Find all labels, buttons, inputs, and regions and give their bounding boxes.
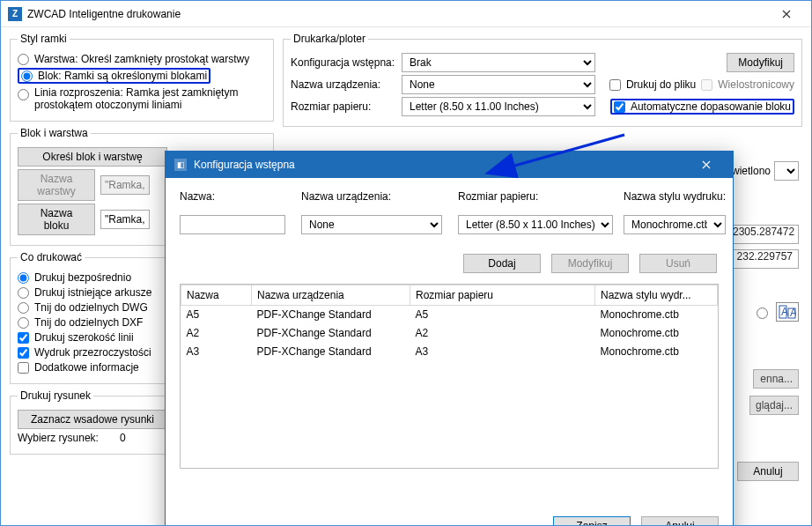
select-batch-button[interactable]: Zaznacz wsadowe rysunki <box>18 410 167 429</box>
grid-h2[interactable]: Nazwa urządzenia <box>252 285 410 306</box>
modal-cancel-button[interactable]: Anuluj <box>641 516 719 526</box>
highlight-block-radio: Blok: Ramki są określonymi blokami <box>18 68 210 84</box>
bg-stub-select[interactable] <box>774 161 799 181</box>
close-icon[interactable] <box>769 2 804 26</box>
radio-print-sheets[interactable]: Drukuj istniejące arkusze <box>18 286 151 299</box>
bg-stub-icons: AA <box>752 302 799 322</box>
modal-paper-select[interactable]: Letter (8.50 x 11.00 Inches) <box>458 215 613 234</box>
check-auto-fit[interactable]: Automatyczne dopasowanie bloku <box>614 100 791 113</box>
block-name-field[interactable] <box>100 210 150 229</box>
preset-select[interactable]: Brak <box>402 53 595 72</box>
grid-h4[interactable]: Nazwa stylu wydr... <box>595 285 718 306</box>
grid-h1[interactable]: Nazwa <box>181 285 252 306</box>
block-name-button[interactable]: Nazwa bloku <box>18 204 95 235</box>
bg-stub-num2: 232.229757 <box>727 249 799 269</box>
layer-name-button: Nazwa warstwy <box>18 169 95 201</box>
window-title: ZWCAD Inteligentne drukowanie <box>27 8 181 20</box>
radio-block[interactable]: Blok: Ramki są określonymi blokami <box>21 70 207 82</box>
table-row[interactable]: A2 PDF-XChange Standard A2 Monochrome.ct… <box>181 324 718 343</box>
device-select[interactable]: None <box>402 75 595 94</box>
radio-layer-label: Warstwa: Określ zamknięty prostokąt wars… <box>34 53 249 65</box>
radio-scatter-label: Linia rozproszenia: Ramka jest zamknięty… <box>34 86 263 111</box>
radio-layer-input[interactable] <box>18 54 29 65</box>
modal-device-select[interactable]: None <box>301 215 442 234</box>
bg-stub-radio[interactable] <box>757 307 768 319</box>
block-layer-legend: Blok i warstwa <box>18 127 91 139</box>
preset-grid[interactable]: Nazwa Nazwa urządzenia Rozmiar papieru N… <box>180 284 719 469</box>
modal-style-label: Nazwa stylu wydruku: <box>624 190 738 203</box>
modal-title: Konfiguracja wstępna <box>194 159 295 171</box>
radio-cut-dxf[interactable]: Tnij do odzielnych DXF <box>18 316 143 329</box>
bg-stub-num1: 2305.287472 <box>727 225 799 244</box>
modal-body: Nazwa: Nazwa urządzenia: Rozmiar papieru… <box>166 178 733 526</box>
printer-group: Drukarka/ploter Konfiguracja wstępna: Br… <box>283 33 802 127</box>
modal-name-field[interactable] <box>180 215 285 234</box>
radio-block-input[interactable] <box>21 70 33 82</box>
highlight-autofit: Automatyczne dopasowanie bloku <box>610 99 794 115</box>
radio-scatter[interactable]: Linia rozproszenia: Ramka jest zamknięty… <box>18 86 263 111</box>
dialog-body: Styl ramki Warstwa: Określ zamknięty pro… <box>1 27 811 525</box>
main-window: Z ZWCAD Inteligentne drukowanie Styl ram… <box>0 0 812 526</box>
titlebar: Z ZWCAD Inteligentne drukowanie <box>1 1 811 27</box>
preset-label: Konfiguracja wstępna: <box>291 56 396 69</box>
radio-scatter-input[interactable] <box>18 89 29 100</box>
check-multipage[interactable]: Wielostronicowy <box>701 78 794 91</box>
bg-stub-gladaj[interactable]: glądaj... <box>749 396 799 415</box>
orientation-icon[interactable]: AA <box>776 302 799 322</box>
svg-text:A: A <box>781 306 788 318</box>
modify-preset-button: Modyfikuj <box>551 254 629 273</box>
modal-columns: Nazwa: Nazwa urządzenia: Rozmiar papieru… <box>180 190 719 234</box>
add-button[interactable]: Dodaj <box>463 254 541 273</box>
modal-footer: Zapisz Anuluj <box>553 516 719 526</box>
check-linewidth[interactable]: Drukuj szerokość linii <box>18 331 134 344</box>
modal-style-select[interactable]: Monochrome.ctb <box>624 215 726 234</box>
layer-name-field <box>100 175 150 195</box>
table-row[interactable]: A5 PDF-XChange Standard A5 Monochrome.ct… <box>181 306 718 324</box>
check-extra-info[interactable]: Dodatkowe informacje <box>18 361 139 374</box>
delete-button: Usuń <box>639 254 717 273</box>
modal-action-row: Dodaj Modyfikuj Usuń <box>180 254 717 273</box>
select-drawing-label: Wybierz rysunek: <box>18 432 99 444</box>
bg-stub-swietlono: świetlono <box>727 161 799 181</box>
right-column: Drukarka/ploter Konfiguracja wstępna: Br… <box>283 33 802 132</box>
table-row[interactable]: A3 PDF-XChange Standard A3 Monochrome.ct… <box>181 343 718 361</box>
modal-name-label: Nazwa: <box>180 190 294 203</box>
grid-h3[interactable]: Rozmiar papieru <box>410 285 595 306</box>
print-drawing-legend: Drukuj rysunek <box>18 389 93 402</box>
printer-legend: Drukarka/ploter <box>291 33 368 45</box>
main-cancel-button[interactable]: Anuluj <box>737 462 799 481</box>
paper-label: Rozmiar papieru: <box>291 100 396 113</box>
save-button[interactable]: Zapisz <box>553 516 631 526</box>
paper-select[interactable]: Letter (8.50 x 11.00 Inches) <box>402 97 595 116</box>
radio-cut-dwg[interactable]: Tnij do odzielnych DWG <box>18 301 148 314</box>
what-to-print-legend: Co drukować <box>18 251 85 263</box>
device-label: Nazwa urządzenia: <box>291 78 396 91</box>
frame-style-legend: Styl ramki <box>18 33 70 45</box>
frame-style-group: Styl ramki Warstwa: Określ zamknięty pro… <box>10 33 274 122</box>
radio-block-label: Blok: Ramki są określonymi blokami <box>38 70 207 82</box>
define-block-layer-button[interactable]: Określ blok i warstwę <box>18 147 167 167</box>
modify-button[interactable]: Modyfikuj <box>727 53 794 72</box>
radio-print-direct[interactable]: Drukuj bezpośrednio <box>18 271 131 284</box>
select-drawing-count: 0 <box>120 432 126 444</box>
radio-layer[interactable]: Warstwa: Określ zamknięty prostokąt wars… <box>18 53 249 65</box>
app-icon: Z <box>8 7 22 21</box>
modal-icon: ◧ <box>174 159 187 171</box>
check-to-file[interactable]: Drukuj do pliku <box>609 78 696 91</box>
modal-paper-label: Rozmiar papieru: <box>458 190 616 203</box>
modal-close-icon[interactable] <box>689 152 724 177</box>
check-transparency[interactable]: Wydruk przezroczystości <box>18 346 151 359</box>
modal-device-label: Nazwa urządzenia: <box>301 190 451 203</box>
modal-titlebar: ◧ Konfiguracja wstępna <box>166 152 733 178</box>
preset-modal: ◧ Konfiguracja wstępna Nazwa: Nazwa urzą… <box>165 151 734 526</box>
svg-text:A: A <box>790 307 796 319</box>
bg-stub-enna[interactable]: enna... <box>753 369 799 389</box>
